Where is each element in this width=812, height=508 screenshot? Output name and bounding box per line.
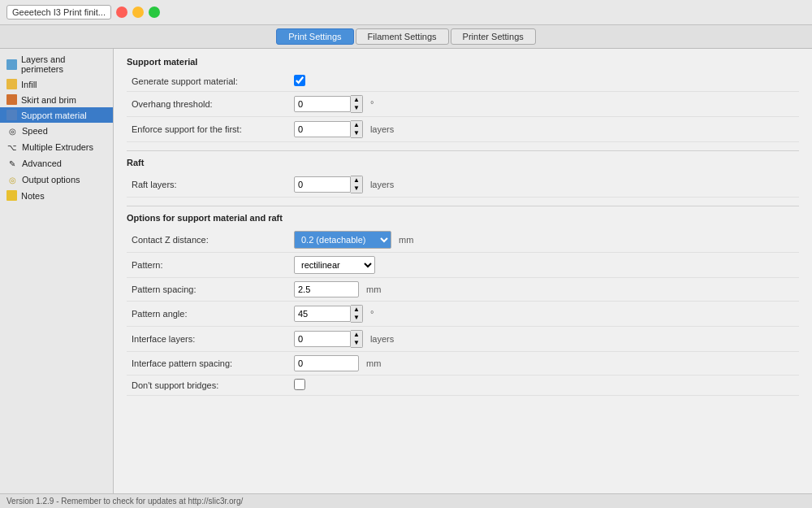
raft-up-btn[interactable]: ▲ xyxy=(351,176,362,185)
table-row: Pattern spacing: mm xyxy=(127,278,799,302)
pattern-angle-label: Pattern angle: xyxy=(127,302,289,327)
sidebar-label-notes: Notes xyxy=(21,191,45,201)
section-title-support: Support material xyxy=(127,57,799,67)
enforce-support-group: ▲ ▼ layers xyxy=(294,120,794,138)
interface-down-btn[interactable]: ▼ xyxy=(351,339,362,347)
enforce-support-input[interactable] xyxy=(294,121,351,137)
sidebar-item-infill[interactable]: Infill xyxy=(0,76,113,92)
table-row: Interface layers: ▲ ▼ layers xyxy=(127,327,799,352)
table-row: Interface pattern spacing: mm xyxy=(127,352,799,376)
sidebar-label-skirt: Skirt and brim xyxy=(21,95,76,105)
dont-support-bridges-label: Don't support bridges: xyxy=(127,376,289,396)
minimize-button[interactable] xyxy=(132,7,144,18)
tab-bar: Print Settings Filament Settings Printer… xyxy=(0,25,812,49)
raft-spinner: ▲ ▼ xyxy=(294,176,363,193)
sidebar-item-support[interactable]: Support material xyxy=(0,107,113,123)
pattern-spacing-group: mm xyxy=(294,281,794,297)
overhang-down-btn[interactable]: ▼ xyxy=(351,104,362,112)
overhang-unit: ° xyxy=(370,99,374,109)
angle-spinner-btns: ▲ ▼ xyxy=(351,305,363,323)
contact-z-dropdown[interactable]: 0.2 (detachable) 0 (soluble) xyxy=(294,231,391,249)
interface-up-btn[interactable]: ▲ xyxy=(351,331,362,339)
enforce-support-label: Enforce support for the first: xyxy=(127,117,289,142)
sidebar-item-notes[interactable]: Notes xyxy=(0,188,113,203)
enforce-spinner-btns: ▲ ▼ xyxy=(351,120,363,138)
angle-down-btn[interactable]: ▼ xyxy=(351,314,362,322)
sidebar-item-speed[interactable]: ◎ Speed xyxy=(0,123,113,139)
sidebar-label-infill: Infill xyxy=(21,80,37,89)
support-table: Generate support material: Overhang thre… xyxy=(127,72,799,142)
sidebar-item-output[interactable]: ◎ Output options xyxy=(0,172,113,188)
table-row: Pattern angle: ▲ ▼ ° xyxy=(127,302,799,327)
sidebar-label-layers: Layers and perimeters xyxy=(21,54,106,74)
top-bar: Geeetech I3 Print finit... xyxy=(0,0,812,25)
overhang-threshold-input[interactable] xyxy=(294,96,351,112)
raft-down-btn[interactable]: ▼ xyxy=(351,185,362,193)
sidebar-item-extruders[interactable]: ⌥ Multiple Extruders xyxy=(0,139,113,155)
interface-layers-label: Interface layers: xyxy=(127,327,289,352)
enforce-up-btn[interactable]: ▲ xyxy=(351,121,362,129)
pattern-dropdown[interactable]: rectilinear honeycomb pillars xyxy=(294,256,375,274)
status-text: Version 1.2.9 - Remember to check for up… xyxy=(6,497,243,506)
generate-support-checkbox[interactable] xyxy=(294,75,305,86)
interface-spinner-btns: ▲ ▼ xyxy=(351,330,363,348)
raft-table: Raft layers: ▲ ▼ layers xyxy=(127,172,799,198)
support-icon xyxy=(6,110,17,120)
contact-z-label: Contact Z distance: xyxy=(127,228,289,253)
interface-layers-group: ▲ ▼ layers xyxy=(294,330,794,348)
raft-layers-group: ▲ ▼ layers xyxy=(294,176,794,193)
overhang-spinner-btns: ▲ ▼ xyxy=(351,95,363,113)
angle-up-btn[interactable]: ▲ xyxy=(351,306,362,314)
sidebar: Layers and perimeters Infill Skirt and b… xyxy=(0,49,114,493)
contact-z-group: 0.2 (detachable) 0 (soluble) mm xyxy=(294,231,794,249)
dont-support-bridges-checkbox[interactable] xyxy=(294,379,305,390)
table-row: Overhang threshold: ▲ ▼ ° xyxy=(127,92,799,117)
interface-pattern-spacing-input[interactable] xyxy=(294,355,359,371)
main-area: Layers and perimeters Infill Skirt and b… xyxy=(0,49,812,493)
enforce-down-btn[interactable]: ▼ xyxy=(351,129,362,137)
table-row: Contact Z distance: 0.2 (detachable) 0 (… xyxy=(127,228,799,253)
sidebar-label-speed: Speed xyxy=(22,126,48,136)
maximize-button[interactable] xyxy=(149,7,160,18)
raft-layers-input[interactable] xyxy=(294,176,351,193)
table-row: Enforce support for the first: ▲ ▼ layer… xyxy=(127,117,799,142)
pattern-spacing-input[interactable] xyxy=(294,281,359,297)
table-row: Generate support material: xyxy=(127,72,799,92)
interface-spinner: ▲ ▼ xyxy=(294,330,363,348)
tab-filament-settings[interactable]: Filament Settings xyxy=(356,28,449,45)
overhang-up-btn[interactable]: ▲ xyxy=(351,96,362,104)
raft-unit: layers xyxy=(370,180,394,189)
angle-spinner: ▲ ▼ xyxy=(294,305,363,323)
close-button[interactable] xyxy=(116,7,127,18)
interface-layers-unit: layers xyxy=(370,334,394,344)
window-title: Geeetech I3 Print finit... xyxy=(6,5,111,20)
layers-icon xyxy=(6,59,17,70)
output-icon: ◎ xyxy=(6,174,18,185)
notes-icon xyxy=(6,190,17,201)
advanced-icon: ✎ xyxy=(6,158,18,169)
content-area: Support material Generate support materi… xyxy=(114,49,812,493)
skirt-icon xyxy=(6,94,17,105)
sidebar-item-advanced[interactable]: ✎ Advanced xyxy=(0,155,113,172)
pattern-angle-group: ▲ ▼ ° xyxy=(294,305,794,323)
sidebar-item-skirt[interactable]: Skirt and brim xyxy=(0,92,113,107)
enforce-spinner: ▲ ▼ xyxy=(294,120,363,138)
interface-pattern-spacing-label: Interface pattern spacing: xyxy=(127,352,289,376)
table-row: Don't support bridges: xyxy=(127,376,799,396)
interface-pattern-spacing-group: mm xyxy=(294,355,794,371)
tab-printer-settings[interactable]: Printer Settings xyxy=(451,28,536,45)
overhang-threshold-label: Overhang threshold: xyxy=(127,92,289,117)
interface-pattern-spacing-unit: mm xyxy=(366,358,381,368)
status-bar: Version 1.2.9 - Remember to check for up… xyxy=(0,493,812,508)
pattern-angle-input[interactable] xyxy=(294,306,351,322)
raft-spinner-btns: ▲ ▼ xyxy=(351,176,363,193)
raft-layers-label: Raft layers: xyxy=(127,172,289,198)
interface-layers-input[interactable] xyxy=(294,331,351,347)
pattern-label: Pattern: xyxy=(127,253,289,278)
tab-print-settings[interactable]: Print Settings xyxy=(276,28,353,45)
divider-2 xyxy=(127,206,799,206)
table-row: Raft layers: ▲ ▼ layers xyxy=(127,172,799,198)
options-table: Contact Z distance: 0.2 (detachable) 0 (… xyxy=(127,228,799,396)
sidebar-item-layers[interactable]: Layers and perimeters xyxy=(0,52,113,76)
generate-support-label: Generate support material: xyxy=(127,72,289,92)
